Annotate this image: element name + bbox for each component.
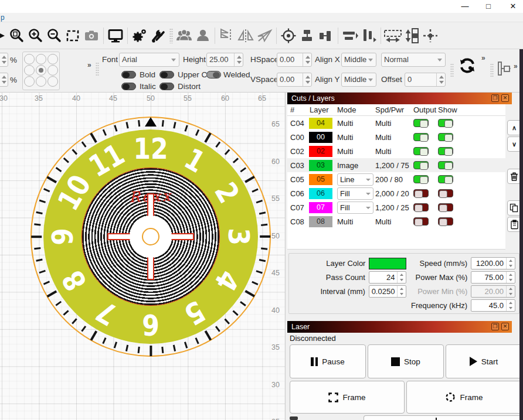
welded-toggle[interactable] <box>206 71 221 78</box>
layer-mode-select[interactable]: Line <box>337 173 373 186</box>
output-toggle[interactable] <box>413 175 429 183</box>
output-toggle[interactable] <box>413 217 429 226</box>
panel-close-icon[interactable]: ✕ <box>501 323 509 330</box>
toolbar-expand-chevron[interactable]: » <box>514 62 517 70</box>
show-toggle[interactable] <box>438 217 453 226</box>
panel-close-icon[interactable]: ✕ <box>501 94 509 102</box>
layer-row[interactable]: C05 05 Line 200 / 80 <box>287 172 505 186</box>
resize-height-icon[interactable] <box>402 26 421 45</box>
frame-square-button[interactable]: Frame <box>290 381 405 414</box>
output-toggle[interactable] <box>413 133 429 141</box>
aligny-select[interactable]: Middle <box>341 73 376 87</box>
align-vertical-icon[interactable] <box>298 26 317 45</box>
anchor-middle-left[interactable] <box>24 65 35 76</box>
workspace-canvas[interactable]: 30 35 40 45 50 55 60 65 65 60 55 50 45 4… <box>0 93 286 420</box>
anchor-top-right[interactable] <box>47 54 58 64</box>
zoom-to-page-icon[interactable] <box>7 26 26 45</box>
node-edit-icon[interactable] <box>497 61 512 78</box>
layer-color-swatch[interactable] <box>369 258 406 269</box>
toolbar-drag-handle[interactable] <box>490 63 494 77</box>
user-group-icon[interactable] <box>175 26 193 45</box>
offset-input[interactable]: 0 <box>405 73 446 87</box>
close-button[interactable]: ✕ <box>504 1 522 12</box>
preview-window-icon[interactable] <box>106 26 125 45</box>
anchor-top-left[interactable] <box>24 54 35 64</box>
layer-row-selected[interactable]: C03 03 Image 1,200 / 75 <box>287 158 505 172</box>
stop-button[interactable]: Stop <box>368 344 444 378</box>
layer-swatch[interactable]: 08 <box>309 216 332 227</box>
pause-button[interactable]: Pause <box>290 344 366 378</box>
cuts-layers-title-bar[interactable]: Cuts / Layers ❐ ✕ <box>287 93 512 104</box>
layer-row[interactable]: C08 08 Multi Multi <box>287 214 505 228</box>
speed-input[interactable]: 1200.00 <box>471 257 515 269</box>
show-toggle[interactable] <box>438 147 453 155</box>
sync-variables-icon[interactable] <box>458 56 477 77</box>
menu-item-fragment[interactable]: p <box>1 13 5 22</box>
hspace-input[interactable]: 0.00 <box>277 53 312 67</box>
layer-swatch[interactable]: 00 <box>309 132 332 143</box>
anchor-bottom-left[interactable] <box>24 76 35 87</box>
toolbar-expand-chevron[interactable]: » <box>87 61 91 69</box>
show-toggle[interactable] <box>438 133 453 141</box>
pan-tool-icon[interactable] <box>0 26 7 45</box>
font-select[interactable]: Arial <box>119 53 179 67</box>
upper-case-toggle[interactable] <box>159 71 174 78</box>
panel-float-icon[interactable]: ❐ <box>491 94 499 102</box>
layer-mode-select[interactable]: Fill <box>337 202 373 214</box>
distribute-vertical-icon[interactable] <box>359 26 378 45</box>
layer-swatch[interactable]: 02 <box>309 146 332 157</box>
focus-target-icon[interactable] <box>279 26 298 45</box>
align-horizontal-icon[interactable] <box>317 26 335 45</box>
camera-capture-icon[interactable] <box>82 26 101 45</box>
anchor-middle-right[interactable] <box>47 65 58 76</box>
layer-row[interactable]: C06 06 Fill 2,000 / 20 <box>287 186 505 200</box>
minimize-button[interactable]: — <box>456 1 474 12</box>
show-toggle[interactable] <box>438 161 453 169</box>
frequency-input[interactable]: 45.0 <box>471 299 515 312</box>
zoom-in-icon[interactable] <box>26 26 45 45</box>
bold-toggle[interactable] <box>121 71 136 78</box>
italic-toggle[interactable] <box>121 83 136 90</box>
move-to-position-icon[interactable] <box>421 26 440 45</box>
show-toggle[interactable] <box>438 189 453 197</box>
text-style-select[interactable]: Normal <box>381 53 446 67</box>
vspace-input[interactable]: 0.00 <box>277 73 312 87</box>
anchor-middle-center[interactable] <box>36 65 46 76</box>
toolbar-drag-handle[interactable] <box>169 28 173 43</box>
toolbar-drag-handle[interactable] <box>96 62 99 76</box>
layer-row[interactable]: C02 02 Multi Multi <box>287 144 505 158</box>
resize-width-icon[interactable] <box>383 26 402 45</box>
output-toggle[interactable] <box>413 203 429 211</box>
y-percent-input[interactable] <box>0 73 8 87</box>
panel-float-icon[interactable]: ❐ <box>491 323 499 330</box>
x-percent-input[interactable] <box>0 53 8 67</box>
output-toggle[interactable] <box>413 189 429 197</box>
anchor-bottom-right[interactable] <box>47 76 58 87</box>
zoom-out-icon[interactable] <box>45 26 63 45</box>
toolbar-drag-handle[interactable] <box>450 63 454 77</box>
show-toggle[interactable] <box>438 175 453 183</box>
interval-input[interactable]: 0.0250 <box>369 285 406 298</box>
output-toggle[interactable] <box>413 119 429 127</box>
settings-gears-icon[interactable] <box>130 26 149 45</box>
frame-selection-icon[interactable] <box>63 26 82 45</box>
start-button[interactable]: Start <box>446 344 522 378</box>
distort-toggle[interactable] <box>159 83 174 90</box>
frame-circle-button[interactable]: Frame <box>406 381 522 414</box>
show-toggle[interactable] <box>438 203 453 211</box>
layer-row[interactable]: C00 00 Multi Multi <box>287 130 505 144</box>
mirror-shape-icon[interactable] <box>236 26 255 45</box>
toolbar-expand-chevron[interactable]: » <box>481 54 485 62</box>
distribute-horizontal-icon[interactable] <box>341 26 359 45</box>
pass-count-input[interactable]: 24 <box>369 271 406 284</box>
user-icon[interactable] <box>193 26 212 45</box>
layer-row[interactable]: C07 07 Fill 1,200 / 25 <box>287 200 505 214</box>
layer-row[interactable]: C04 04 Multi Multi <box>287 116 505 130</box>
maximize-button[interactable]: □ <box>480 1 497 12</box>
layer-swatch[interactable]: 05 <box>309 174 332 185</box>
anchor-bottom-center[interactable] <box>36 76 46 87</box>
output-toggle[interactable] <box>413 161 429 169</box>
layer-swatch[interactable]: 06 <box>309 188 332 199</box>
layer-swatch[interactable]: 07 <box>309 202 332 213</box>
power-max-input[interactable]: 75.00 <box>471 271 515 284</box>
